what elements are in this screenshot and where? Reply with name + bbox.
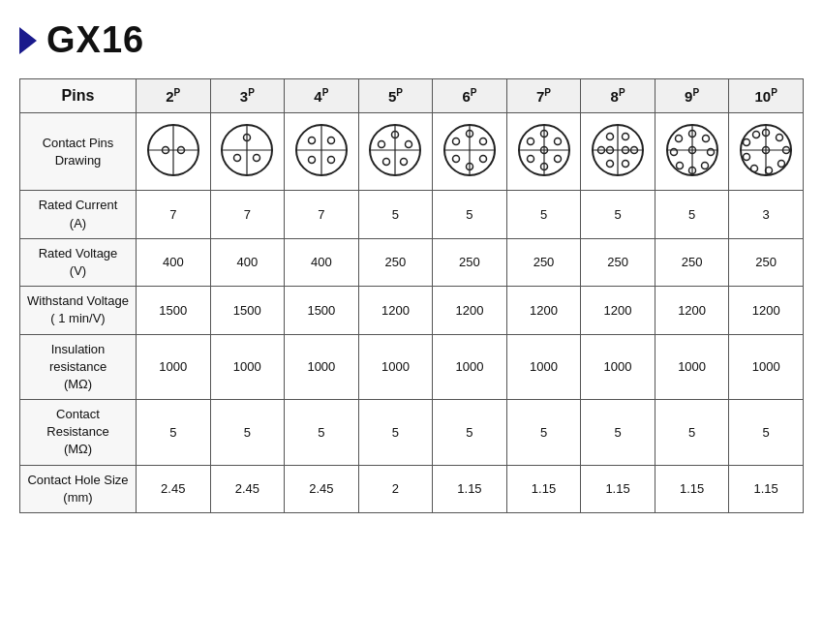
cell-r3-c3: 1200 [358,287,433,334]
cell-r1-c7: 5 [655,191,729,238]
table-row: Contact Resistance(MΩ)555555555 [20,400,804,466]
cell-r6-c7: 1.15 [655,465,729,512]
col-header-5p: 5P [358,79,433,113]
col-header-3p: 3P [210,79,285,113]
cell-r0-c4 [433,113,507,191]
cell-r6-c2: 2.45 [285,465,359,512]
cell-r5-c3: 5 [358,400,433,466]
svg-point-77 [751,166,758,172]
svg-point-51 [623,161,629,168]
row-header-3: Withstand Voltage( 1 min/V) [20,287,137,334]
cell-r3-c2: 1500 [285,287,359,334]
svg-point-16 [308,157,315,164]
cell-r3-c0: 1500 [137,287,211,334]
svg-point-75 [778,161,785,168]
row-header-5: Contact Resistance(MΩ) [20,400,137,466]
svg-point-61 [702,136,709,142]
cell-r0-c2 [285,113,359,191]
cell-r4-c7: 1000 [655,334,729,400]
svg-point-23 [401,159,408,166]
svg-point-79 [744,139,750,146]
cell-r6-c6: 1.15 [581,465,655,512]
cell-r0-c6 [581,113,655,191]
svg-point-17 [327,157,334,164]
col-header-7p: 7P [506,79,581,113]
cell-r4-c5: 1000 [506,334,581,400]
cell-r3-c7: 1200 [655,287,729,334]
cell-r3-c5: 1200 [506,287,581,334]
svg-point-43 [527,156,533,163]
col-header-8p: 8P [581,79,655,113]
cell-r1-c0: 7 [137,191,211,238]
cell-r5-c0: 5 [137,400,211,466]
cell-r4-c4: 1000 [433,334,507,400]
cell-r5-c8: 5 [729,400,804,466]
svg-point-49 [623,134,629,140]
cell-r1-c4: 5 [433,191,507,238]
cell-r6-c8: 1.15 [729,465,804,512]
row-header-6: Contact Hole Size(mm) [20,465,137,512]
svg-point-52 [607,161,614,168]
cell-r5-c5: 5 [506,400,581,466]
svg-point-67 [675,136,682,142]
svg-point-73 [777,135,783,141]
cell-r2-c8: 250 [729,238,804,286]
cell-r0-c0 [137,113,211,191]
cell-r2-c0: 400 [137,238,211,286]
table-row: Withstand Voltage( 1 min/V)1500150015001… [20,287,804,334]
cell-r3-c4: 1200 [433,287,507,334]
svg-point-34 [452,138,459,145]
svg-point-33 [452,156,459,163]
cell-r6-c0: 2.45 [137,465,211,512]
cell-r6-c1: 2.45 [210,465,285,512]
table-row: Rated Voltage(V)400400400250250250250250… [20,238,804,286]
cell-r4-c2: 1000 [285,334,359,400]
page-title-row: GX16 [19,19,804,61]
cell-r2-c7: 250 [655,238,729,286]
cell-r1-c2: 7 [285,191,359,238]
table-row: Insulation resistance(MΩ)100010001000100… [20,334,804,400]
row-header-2: Rated Voltage(V) [20,238,137,286]
cell-r4-c3: 1000 [358,334,433,400]
svg-point-14 [308,138,315,144]
cell-r0-c8 [729,113,804,191]
cell-r3-c6: 1200 [581,287,655,334]
svg-point-10 [254,155,260,162]
cell-r6-c3: 2 [358,465,433,512]
svg-point-40 [554,138,561,145]
svg-point-9 [234,155,241,162]
cell-r5-c6: 5 [581,400,655,466]
cell-r2-c3: 250 [358,238,433,286]
cell-r1-c1: 7 [210,191,285,238]
title-arrow-icon [19,27,37,54]
svg-point-15 [327,138,334,144]
svg-point-80 [753,132,760,138]
cell-r4-c0: 1000 [137,334,211,400]
cell-r0-c3 [358,113,433,191]
cell-r4-c1: 1000 [210,334,285,400]
cell-r2-c6: 250 [581,238,655,286]
svg-point-31 [479,156,486,163]
col-header-6p: 6P [433,79,507,113]
svg-point-25 [379,141,385,148]
cell-r2-c4: 250 [433,238,507,286]
table-row: Contact PinsDrawing [20,113,804,191]
cell-r4-c6: 1000 [581,334,655,400]
cell-r5-c7: 5 [655,400,729,466]
cell-r4-c8: 1000 [729,334,804,400]
table-row: Rated Current(A)777555553 [20,191,804,238]
row-header-1: Rated Current(A) [20,191,137,238]
svg-point-48 [607,134,614,140]
cell-r2-c2: 400 [285,238,359,286]
table-row: Contact Hole Size(mm)2.452.452.4521.151.… [20,465,804,512]
cell-r1-c5: 5 [506,191,581,238]
specs-table: Pins 2P 3P 4P 5P 6P 7P 8P 9P 10P Contact… [19,78,804,513]
cell-r1-c3: 5 [358,191,433,238]
svg-point-22 [406,141,412,148]
cell-r1-c6: 5 [581,191,655,238]
svg-point-41 [554,156,561,163]
pins-column-header: Pins [20,79,137,113]
col-header-9p: 9P [655,79,729,113]
cell-r3-c1: 1500 [210,287,285,334]
cell-r0-c7 [655,113,729,191]
